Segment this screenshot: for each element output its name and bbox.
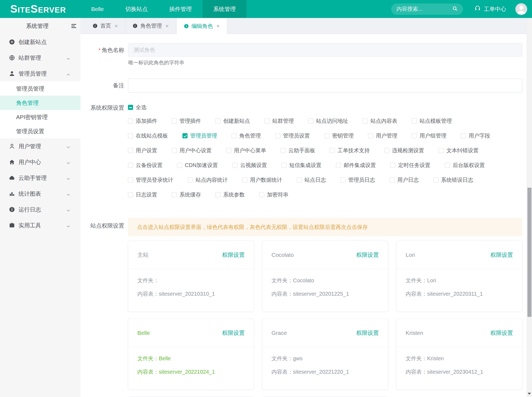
unchecked-checkbox-icon[interactable]	[188, 177, 193, 183]
permission-checkbox[interactable]: 违规检测设置	[384, 147, 424, 154]
sidebar-item-9[interactable]: 实用工具	[0, 217, 80, 233]
unchecked-checkbox-icon[interactable]	[226, 148, 231, 153]
unchecked-checkbox-icon[interactable]	[172, 148, 177, 153]
nav-item-4[interactable]: 系统管理	[203, 0, 247, 18]
unchecked-checkbox-icon[interactable]	[330, 148, 335, 153]
unchecked-checkbox-icon[interactable]	[308, 118, 313, 124]
unchecked-checkbox-icon[interactable]	[215, 192, 221, 197]
unchecked-checkbox-icon[interactable]	[172, 192, 177, 197]
unchecked-checkbox-icon[interactable]	[265, 118, 270, 124]
permission-checkbox[interactable]: 管理插件	[172, 117, 201, 125]
permission-checkbox[interactable]: 工单技术支持	[330, 147, 370, 154]
select-all-checkbox[interactable]: 全选	[128, 101, 146, 111]
permission-checkbox[interactable]: 邮件集成设置	[336, 162, 376, 169]
unchecked-checkbox-icon[interactable]	[128, 118, 133, 124]
unchecked-checkbox-icon[interactable]	[412, 118, 417, 124]
remark-input[interactable]	[128, 79, 522, 92]
permission-settings-link[interactable]: 权限设置	[356, 329, 379, 337]
close-icon[interactable]: ×	[115, 23, 118, 29]
permission-checkbox[interactable]: 系统参数	[215, 191, 245, 198]
indeterminate-checkbox-icon[interactable]	[128, 105, 133, 110]
unchecked-checkbox-icon[interactable]	[232, 163, 237, 168]
unchecked-checkbox-icon[interactable]	[390, 163, 395, 168]
vertical-scrollbar[interactable]	[527, 18, 532, 397]
permission-checkbox[interactable]: 用户组管理	[412, 132, 446, 139]
permission-checkbox[interactable]: 用户管理	[368, 132, 397, 139]
unchecked-checkbox-icon[interactable]	[281, 163, 287, 168]
permission-checkbox[interactable]: 系统错误日志	[433, 176, 473, 184]
permission-checkbox[interactable]: 加密符串	[259, 191, 288, 198]
unchecked-checkbox-icon[interactable]	[336, 163, 341, 168]
unchecked-checkbox-icon[interactable]	[368, 133, 373, 138]
unchecked-checkbox-icon[interactable]	[412, 133, 417, 138]
unchecked-checkbox-icon[interactable]	[461, 133, 466, 138]
avatar[interactable]	[515, 3, 527, 15]
search-input[interactable]: 内容搜索...	[391, 3, 463, 15]
permission-checkbox[interactable]: 角色管理	[232, 132, 261, 139]
permission-checkbox[interactable]: 在线站点模板	[128, 132, 168, 139]
unchecked-checkbox-icon[interactable]	[128, 192, 133, 197]
unchecked-checkbox-icon[interactable]	[259, 192, 264, 197]
sidebar-item-3[interactable]: 管理员管理	[0, 66, 80, 81]
unchecked-checkbox-icon[interactable]	[384, 148, 389, 153]
scrollbar-thumb[interactable]	[527, 188, 531, 317]
unchecked-checkbox-icon[interactable]	[390, 177, 395, 183]
nav-item-3[interactable]: 插件管理	[159, 0, 203, 18]
permission-checkbox[interactable]: 管理员管理	[182, 132, 217, 139]
siteserver-logo[interactable]: SITESERVER	[0, 3, 80, 15]
permission-checkbox[interactable]: 站点日志	[297, 176, 326, 184]
unchecked-checkbox-icon[interactable]	[215, 118, 221, 124]
unchecked-checkbox-icon[interactable]	[340, 177, 346, 183]
nav-item-1[interactable]: Belle	[80, 0, 115, 18]
permission-checkbox[interactable]: 云备份设置	[128, 162, 163, 169]
permission-checkbox[interactable]: 用户日志	[390, 176, 419, 184]
unchecked-checkbox-icon[interactable]	[128, 177, 133, 183]
nav-item-2[interactable]: 切换站点	[115, 0, 159, 18]
permission-checkbox[interactable]: CDN加速设置	[177, 162, 218, 169]
permission-checkbox[interactable]: 文本纠错设置	[439, 147, 479, 154]
permission-checkbox[interactable]: 站点内容表	[363, 117, 397, 125]
sidebar-subitem-4[interactable]: 管理员设置	[0, 124, 80, 138]
unchecked-checkbox-icon[interactable]	[439, 148, 444, 153]
unchecked-checkbox-icon[interactable]	[363, 118, 368, 124]
sidebar-subitem-1[interactable]: 管理员管理	[0, 81, 80, 96]
permission-settings-link[interactable]: 权限设置	[222, 251, 245, 259]
permission-checkbox[interactable]: 管理员登录统计	[128, 176, 173, 184]
permission-checkbox[interactable]: 站点模板管理	[412, 117, 452, 125]
close-icon[interactable]: ×	[217, 23, 220, 29]
sidebar-item-8[interactable]: 运行日志	[0, 202, 80, 217]
sidebar-item-7[interactable]: 统计图表	[0, 186, 80, 202]
sidebar-item-1[interactable]: 创建新站点	[0, 34, 80, 50]
unchecked-checkbox-icon[interactable]	[242, 177, 247, 183]
permission-settings-link[interactable]: 权限设置	[490, 251, 513, 259]
unchecked-checkbox-icon[interactable]	[172, 118, 177, 124]
permission-checkbox[interactable]: 系统缓存	[172, 191, 201, 198]
checked-checkbox-icon[interactable]	[182, 133, 188, 138]
tab-2[interactable]: 角色管理×	[125, 18, 176, 34]
permission-checkbox[interactable]: 日志设置	[128, 191, 157, 198]
unchecked-checkbox-icon[interactable]	[232, 133, 237, 138]
scrollbar-down-arrow-icon[interactable]	[528, 393, 531, 395]
permission-checkbox[interactable]: 管理员日志	[340, 176, 375, 184]
unchecked-checkbox-icon[interactable]	[445, 163, 450, 168]
unchecked-checkbox-icon[interactable]	[177, 163, 182, 168]
tab-1[interactable]: 首页×	[85, 18, 125, 34]
sidebar-subitem-3[interactable]: API密钥管理	[0, 110, 80, 124]
role-name-input[interactable]	[128, 43, 522, 57]
permission-settings-link[interactable]: 权限设置	[356, 251, 379, 259]
permission-checkbox[interactable]: 用户数据统计	[242, 176, 282, 184]
permission-checkbox[interactable]: 站点访问地址	[308, 117, 348, 125]
permission-settings-link[interactable]: 权限设置	[490, 329, 513, 337]
close-icon[interactable]: ×	[165, 23, 168, 29]
unchecked-checkbox-icon[interactable]	[128, 163, 133, 168]
tab-3[interactable]: 编辑角色×	[176, 18, 227, 34]
sidebar-item-5[interactable]: 用户中心	[0, 154, 80, 170]
sidebar-subitem-2[interactable]: 角色管理	[0, 96, 80, 110]
unchecked-checkbox-icon[interactable]	[128, 133, 133, 138]
permission-checkbox[interactable]: 用户中心菜单	[226, 147, 266, 154]
permission-checkbox[interactable]: 用户设置	[128, 147, 157, 154]
sidebar-item-4[interactable]: 用户管理	[0, 138, 80, 154]
unchecked-checkbox-icon[interactable]	[128, 148, 133, 153]
permission-checkbox[interactable]: 站点内容统计	[188, 176, 228, 184]
search-icon[interactable]	[452, 6, 458, 13]
